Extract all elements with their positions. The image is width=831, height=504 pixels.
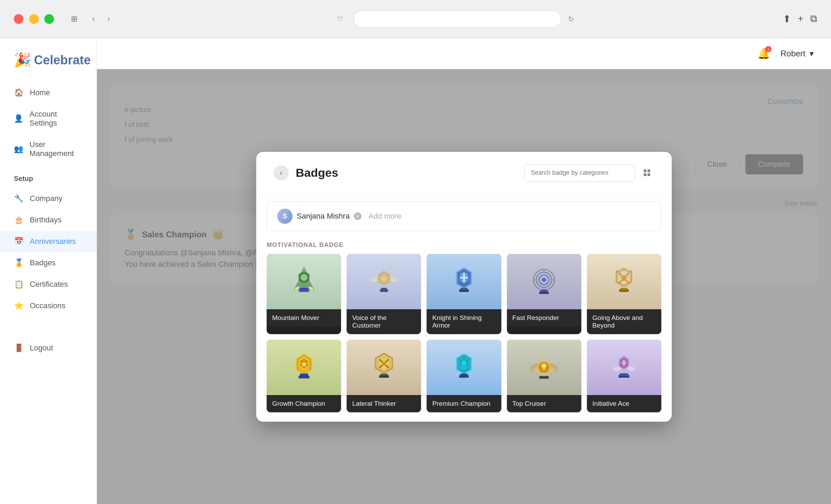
home-icon: 🏠 [14, 88, 24, 97]
badge-top-cruiser[interactable]: Top Cruiser [507, 340, 581, 412]
badge-fast-responder[interactable]: Fast Responder [507, 254, 581, 334]
badges-grid-row1: Mountain Mover [256, 254, 672, 340]
logo-icon: 🎉 [14, 52, 31, 68]
badge-initiative-ace[interactable]: Initiative Ace [587, 340, 661, 412]
premium-champion-icon [447, 350, 481, 385]
remove-recipient-button[interactable]: ✕ [354, 212, 361, 220]
svg-point-25 [542, 278, 546, 282]
search-badges-input[interactable] [524, 164, 635, 182]
sidebar-item-company[interactable]: 🔧 Company [0, 188, 97, 209]
user-management-label: User Management [29, 140, 83, 158]
company-label: Company [30, 194, 62, 203]
fullscreen-traffic-light[interactable] [44, 14, 54, 24]
notification-badge: 1 [765, 46, 771, 52]
recipient-name: Sanjana Mishra [297, 212, 350, 221]
badge-voice-customer-image [347, 254, 421, 309]
sidebar-item-home[interactable]: 🏠 Home [0, 82, 97, 103]
grid-view-button[interactable] [639, 165, 654, 181]
badge-going-above-beyond-image [587, 254, 661, 309]
close-traffic-light[interactable] [14, 14, 24, 24]
sidebar-item-account-settings[interactable]: 👤 Account Settings [0, 103, 97, 134]
sidebar-toggle-button[interactable]: ⊞ [68, 13, 80, 25]
traffic-lights [14, 14, 54, 24]
anniversaries-label: Anniversaries [30, 237, 76, 246]
badge-mountain-mover[interactable]: Mountain Mover [267, 254, 341, 334]
share-icon[interactable]: ⬆ [783, 13, 791, 25]
sidebar-item-occasions[interactable]: ⭐ Occasions [0, 295, 97, 317]
svg-point-58 [462, 361, 466, 365]
grid-dots-icon [644, 169, 650, 176]
search-badges-area [524, 164, 654, 182]
badge-going-above-beyond[interactable]: Going Above and Beyond [587, 254, 661, 334]
reload-button[interactable]: ↻ [568, 15, 574, 23]
tabs-icon[interactable]: ⧉ [810, 13, 817, 25]
recipient-bar: S Sanjana Mishra ✕ Add more [267, 201, 661, 231]
browser-actions: ⬆ + ⧉ [783, 13, 817, 25]
occasions-label: Occasions [30, 301, 65, 310]
badge-initiative-ace-label: Initiative Ace [587, 395, 661, 412]
nav-buttons: ‹ › [87, 13, 115, 25]
top-cruiser-icon [527, 350, 561, 385]
growth-champion-icon [287, 350, 321, 385]
svg-rect-30 [539, 291, 549, 294]
badge-top-cruiser-image [507, 340, 581, 395]
svg-point-38 [630, 270, 632, 272]
badge-lateral-thinker[interactable]: Lateral Thinker [347, 340, 421, 412]
user-dropdown-icon: ▾ [810, 49, 814, 58]
svg-rect-60 [461, 374, 467, 375]
main-content: Customize e picture f of birth f of join… [97, 69, 831, 504]
address-bar[interactable] [354, 10, 561, 28]
user-menu[interactable]: Robert ▾ [780, 49, 814, 58]
svg-rect-54 [381, 374, 387, 375]
svg-rect-39 [619, 289, 629, 292]
sidebar-item-certificates[interactable]: 📋 Certificates [0, 274, 97, 295]
notification-button[interactable]: 🔔 1 [757, 47, 770, 59]
recipient-avatar: S [277, 209, 293, 224]
badges-label: Badges [30, 258, 56, 267]
svg-rect-20 [459, 289, 469, 292]
minimize-traffic-light[interactable] [29, 14, 39, 24]
svg-rect-53 [379, 375, 389, 378]
svg-rect-59 [459, 375, 469, 378]
badge-mountain-mover-label: Mountain Mover [267, 309, 341, 327]
badge-growth-champion-image [267, 340, 341, 395]
badge-voice-customer[interactable]: Voice of the Customer [347, 254, 421, 334]
badge-growth-champion-label: Growth Champion [267, 395, 341, 412]
user-name: Robert [780, 49, 805, 58]
forward-browser-button[interactable]: › [102, 13, 115, 25]
modal-title: Badges [296, 166, 338, 180]
add-more-button[interactable]: Add more [368, 212, 401, 221]
svg-point-3 [301, 274, 307, 281]
new-tab-icon[interactable]: + [798, 13, 803, 25]
svg-rect-69 [539, 376, 549, 379]
occasions-icon: ⭐ [14, 301, 24, 310]
sidebar-item-birthdays[interactable]: 🎂 Birthdays [0, 209, 97, 231]
sidebar-item-badges[interactable]: 🏅 Badges [0, 252, 97, 274]
badge-voice-customer-label: Voice of the Customer [347, 309, 421, 334]
badge-knight-label: Knight in Shining Armor [427, 309, 501, 334]
sidebar-item-anniversaries[interactable]: 📅 Anniversaries [0, 231, 97, 252]
top-bar: 🔔 1 Robert ▾ [97, 38, 831, 69]
users-icon: 👥 [14, 145, 23, 154]
birthdays-label: Birthdays [30, 216, 62, 224]
modal-back-button[interactable]: ‹ [274, 165, 289, 181]
recipient-chip: S Sanjana Mishra ✕ [277, 209, 361, 224]
fast-responder-icon [527, 264, 561, 299]
back-browser-button[interactable]: ‹ [87, 13, 100, 25]
logo-text: Celebrate [34, 53, 91, 67]
badge-premium-champion[interactable]: Premium Champion [427, 340, 501, 412]
badge-growth-champion[interactable]: Growth Champion [267, 340, 341, 412]
home-label: Home [30, 88, 50, 97]
svg-rect-46 [300, 374, 308, 376]
motivational-badge-section-label: MOTIVATIONAL BADGE [256, 238, 672, 254]
sidebar-item-user-management[interactable]: 👥 User Management [0, 134, 97, 164]
svg-rect-68 [543, 368, 545, 370]
logout-icon: 🚪 [14, 343, 24, 352]
app-container: 🎉 Celebrate 🏠 Home 👤 Account Settings 👥 … [0, 38, 831, 504]
setup-section-label: Setup [0, 164, 97, 188]
modal-overlay: ‹ Badges [97, 69, 831, 504]
badge-initiative-ace-image [587, 340, 661, 395]
badge-going-above-beyond-label: Going Above and Beyond [587, 309, 661, 334]
sidebar-item-logout[interactable]: 🚪 Logout [0, 337, 97, 359]
badge-knight[interactable]: Knight in Shining Armor [427, 254, 501, 334]
